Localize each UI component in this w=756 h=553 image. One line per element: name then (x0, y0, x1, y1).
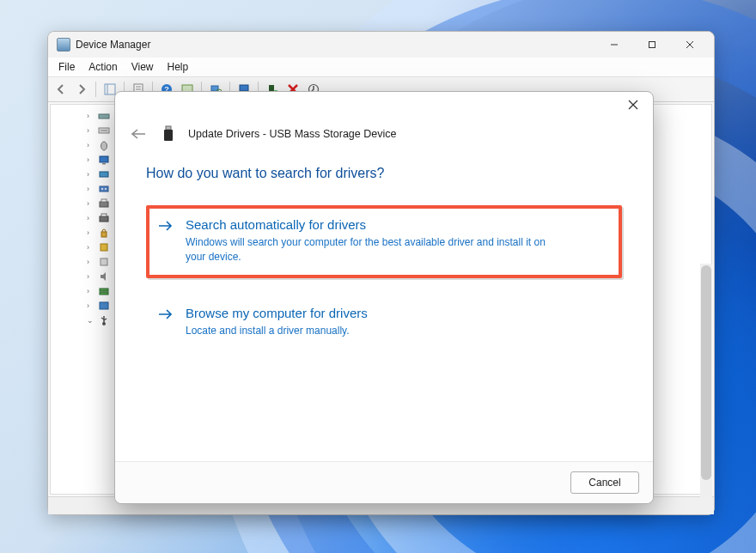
security-icon (97, 227, 111, 239)
svg-rect-1 (649, 42, 655, 48)
close-button[interactable] (671, 33, 709, 57)
svg-point-33 (105, 188, 107, 190)
svg-rect-29 (102, 163, 106, 165)
option-description: Locate and install a driver manually. (186, 324, 546, 338)
svg-rect-24 (99, 114, 109, 118)
minimize-button[interactable] (595, 33, 633, 57)
expand-arrow-icon[interactable]: › (87, 126, 95, 135)
expand-arrow-icon[interactable]: › (87, 170, 95, 179)
expand-arrow-icon[interactable]: › (87, 272, 95, 281)
dialog-title: Update Drivers - USB Mass Storage Device (188, 128, 396, 140)
menu-view[interactable]: View (125, 59, 161, 75)
svg-rect-15 (240, 85, 248, 91)
forward-arrow-icon[interactable] (72, 80, 91, 99)
svg-rect-42 (100, 292, 108, 295)
device-manager-icon (57, 38, 70, 52)
svg-point-27 (101, 142, 107, 150)
svg-rect-36 (100, 216, 108, 222)
svg-rect-94 (166, 126, 171, 130)
option-description: Windows will search your computer for th… (186, 235, 546, 264)
scrollbar-thumb[interactable] (701, 265, 711, 480)
network-icon (97, 168, 111, 180)
expand-arrow-icon[interactable]: › (87, 155, 95, 164)
svg-rect-95 (164, 130, 173, 141)
menu-help[interactable]: Help (161, 59, 196, 75)
menu-action[interactable]: Action (82, 59, 124, 75)
usb-device-icon (161, 125, 176, 143)
expand-arrow-icon[interactable]: › (87, 228, 95, 237)
system-icon (97, 300, 111, 312)
update-drivers-dialog: Update Drivers - USB Mass Storage Device… (114, 91, 654, 504)
svg-rect-40 (101, 258, 107, 265)
arrow-right-icon (158, 306, 175, 338)
keyboard-icon (97, 125, 111, 137)
expand-arrow-icon[interactable]: › (87, 199, 95, 208)
maximize-button[interactable] (633, 33, 671, 57)
menu-file[interactable]: File (52, 59, 82, 75)
titlebar[interactable]: Device Manager (48, 32, 714, 58)
option-title: Browse my computer for drivers (186, 306, 610, 320)
svg-rect-37 (101, 214, 107, 216)
printer-icon (97, 212, 111, 224)
svg-rect-39 (101, 244, 107, 251)
expand-arrow-icon[interactable]: › (87, 243, 95, 252)
window-title: Device Manager (76, 39, 150, 51)
svg-rect-41 (100, 289, 108, 291)
dialog-back-button[interactable] (128, 124, 149, 144)
software-icon (97, 256, 111, 268)
expand-arrow-icon[interactable]: › (87, 214, 95, 222)
svg-rect-4 (105, 84, 115, 94)
port-icon (97, 183, 111, 195)
option-title: Search automatically for drivers (186, 217, 610, 232)
ide-icon (97, 110, 111, 122)
dialog-question: How do you want to search for drivers? (146, 166, 622, 181)
expand-arrow-icon[interactable]: › (87, 301, 95, 310)
expand-arrow-icon[interactable]: › (87, 258, 95, 266)
expand-arrow-icon[interactable]: › (87, 287, 95, 295)
option-browse-computer[interactable]: Browse my computer for drivers Locate an… (146, 294, 622, 352)
svg-rect-28 (100, 156, 108, 162)
expand-arrow-icon[interactable]: ⌄ (87, 316, 95, 325)
expand-arrow-icon[interactable]: › (87, 185, 95, 193)
svg-rect-38 (101, 232, 107, 237)
expand-arrow-icon[interactable]: › (87, 141, 95, 149)
dialog-close-button[interactable] (620, 94, 646, 116)
printqueue-icon (97, 198, 111, 210)
menubar: File Action View Help (48, 58, 714, 77)
svg-rect-31 (100, 186, 108, 191)
expand-arrow-icon[interactable]: › (87, 112, 95, 120)
svg-rect-35 (101, 199, 107, 202)
svg-rect-34 (100, 202, 108, 207)
monitor-icon (97, 154, 111, 166)
usb-icon (97, 314, 111, 326)
storage-icon (97, 285, 111, 297)
svg-point-32 (101, 188, 103, 190)
sound-icon (97, 270, 111, 283)
back-arrow-icon[interactable] (52, 80, 70, 99)
svg-rect-43 (100, 302, 108, 309)
mouse-icon (97, 139, 111, 151)
cancel-button[interactable]: Cancel (570, 471, 639, 494)
arrow-right-icon (158, 217, 175, 264)
sensor-icon (97, 241, 111, 253)
svg-rect-30 (100, 172, 108, 177)
option-search-automatically[interactable]: Search automatically for drivers Windows… (146, 205, 622, 278)
